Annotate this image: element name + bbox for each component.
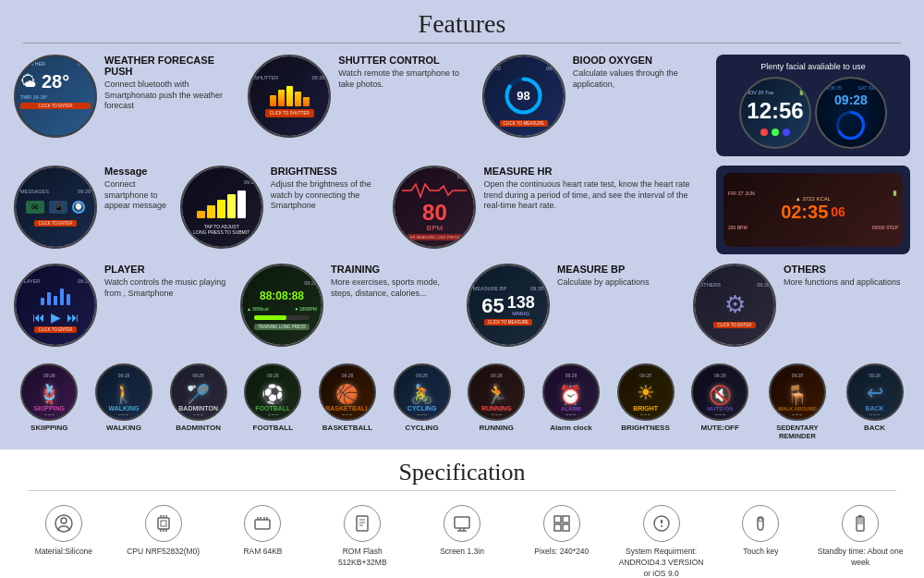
spec-text-ram: RAM 64KB xyxy=(243,547,282,558)
svg-rect-19 xyxy=(357,516,368,531)
sport-watch-cycling: 09:28 🚴 CYCLING xyxy=(394,363,451,421)
bp-label: MEASURE BP xyxy=(473,286,506,291)
weather-label: WEATHER xyxy=(20,61,45,67)
sport-watch-back: 09:28 ↩ BACK xyxy=(846,363,904,421)
basketball-icon: 🏀 xyxy=(335,383,359,405)
training-text: TRAINING More exercises, sports mode, st… xyxy=(331,264,457,299)
player-play[interactable]: ▶ xyxy=(51,310,61,325)
sport-time-back: 09:28 xyxy=(869,373,881,378)
bp-text: MEASURE BP Calculate by applications xyxy=(557,264,684,289)
sport-item-alarm: 09:28 ⏰ ALARM Alarm clock xyxy=(538,363,604,433)
bp-val2: 138 xyxy=(507,294,535,311)
features-divider xyxy=(23,43,901,43)
svg-point-34 xyxy=(759,518,762,522)
spec-item-cpu: CPU NRF52832(M0) xyxy=(118,505,209,558)
others-time: 09:28 xyxy=(757,282,770,288)
fw2-label1: 09:38:35 xyxy=(823,85,841,91)
sport-name-basketball: BASKETBALL xyxy=(322,424,372,433)
brightness-icon: ☀ xyxy=(637,381,655,405)
sport-watch-badminton: 09:28 🏸 BADMINTON xyxy=(170,363,227,421)
spec-icon-touch xyxy=(742,505,779,542)
features-section: Features WEATHER 09:28 🌤 28° TMR 16-28° … xyxy=(0,0,924,359)
features-title: Features xyxy=(14,9,910,39)
sedentary-icon: 🪑 xyxy=(785,384,808,406)
feature-item-weather: WEATHER 09:28 🌤 28° TMR 16-28° CLICK TO … xyxy=(14,55,238,138)
sport-label-skiipping: SKIPPING xyxy=(34,405,65,412)
player-text: PLAYER Watch controls the music playing … xyxy=(104,264,231,299)
spec-text-screen: Screen 1.3in xyxy=(440,547,484,558)
face-panel-label: Plenty facial avaliable to use xyxy=(723,62,903,71)
feature-item-oxygen: SP02 09:28 98 CLICK TO MEASURE BIOOD OXY… xyxy=(482,55,707,138)
hr-desc: Open the continuous heart rate test, kno… xyxy=(483,179,707,212)
face-watch-1: NOV 20 Tue 🔋 12:56 xyxy=(739,77,811,149)
svg-rect-6 xyxy=(158,518,169,529)
walking-icon: 🚶 xyxy=(112,383,135,405)
train-value: 88:08:88 xyxy=(260,289,304,302)
sport-item-walking: 09:28 🚶 WALKING WALKING xyxy=(91,363,157,433)
bp-val1: 65 xyxy=(481,296,504,316)
oxygen-desc: Calculate values through the application… xyxy=(573,68,707,90)
spec-title: Specification xyxy=(18,459,906,486)
fw1-battery: 🔋 xyxy=(798,90,805,95)
sport-item-cycling: 09:28 🚴 CYCLING CYCLING xyxy=(389,363,456,433)
spec-icon-cpu xyxy=(145,505,182,542)
others-click-btn[interactable]: CLICK TO ENTER xyxy=(713,322,755,328)
watch-hr: 09:28 80 BPM HR MEASURE LONG PRESS xyxy=(393,166,476,249)
sport-watch-running: 09:28 🏃 RUNNING xyxy=(468,363,525,421)
face-panel: Plenty facial avaliable to use NOV 20 Tu… xyxy=(716,55,910,156)
sport-name-running: RUNNING xyxy=(480,424,514,433)
training-title: TRAINING xyxy=(331,264,457,275)
sport-watch-sedentary: 09:28 🪑 WALK AROUND xyxy=(769,363,826,421)
shutter-click-btn[interactable]: CLICK TO SHUTTER xyxy=(265,109,314,117)
spec-item-screen: Screen 1.3in xyxy=(417,505,507,558)
skiipping-icon: 🪢 xyxy=(38,383,61,405)
spec-items-row: Material:Silicone CPU NRF52832(M0) RAM 6… xyxy=(18,505,906,578)
sport-time-sedentary: 09:28 xyxy=(792,373,804,378)
football-icon: ⚽ xyxy=(261,383,285,405)
svg-rect-7 xyxy=(161,521,166,526)
oxygen-text: BIOOD OXYGEN Calculate values through th… xyxy=(573,55,707,90)
player-prev[interactable]: ⏮ xyxy=(32,310,45,325)
shutter-desc: Watch remote the smartphone to take phot… xyxy=(338,68,472,90)
train-bpm: ♥ 186BPM xyxy=(295,306,317,312)
msg-click-btn[interactable]: CLICK TO ENTER xyxy=(34,220,76,227)
sport-watch-alarm: 09:28 ⏰ ALARM xyxy=(542,363,600,421)
sport-time-running: 09:28 xyxy=(491,373,503,378)
sports-section: 09:28 🪢 SKIPPING SKIIPPING 09:28 🚶 WALKI… xyxy=(0,359,924,445)
player-next[interactable]: ⏭ xyxy=(67,310,79,325)
oxygen-measure-btn[interactable]: CLICK TO MEASURE xyxy=(500,120,548,127)
spec-item-material: Material:Silicone xyxy=(18,505,109,558)
fw3-battery2: 🔋 xyxy=(892,191,898,196)
sport-time-football: 09:28 xyxy=(267,373,279,378)
sport-item-badminton: 09:28 🏸 BADMINTON BADMINTON xyxy=(165,363,232,433)
hr-measure-btn[interactable]: HR MEASURE LONG PRESS xyxy=(407,234,463,240)
player-label: PLAYER xyxy=(20,278,40,284)
sport-time-skiipping: 09:28 xyxy=(43,373,55,378)
spec-text-rom: ROM Flash 512KB+32MB xyxy=(317,547,407,569)
sport-time-cycling: 09:28 xyxy=(416,373,428,378)
fw1-date: NOV 20 Tue xyxy=(746,90,773,95)
feature-item-training: 09:28 88:08:88 ▲ 888kcal ♥ 186BPM TRAINI… xyxy=(240,264,457,347)
bp-time: 09:28 xyxy=(530,286,543,291)
svg-rect-23 xyxy=(455,517,469,528)
train-time: 09:28 xyxy=(247,280,317,286)
bp-click-btn[interactable]: CLICK TO MEASURE xyxy=(484,319,532,326)
sport-name-brightness: BRIGHTNESS xyxy=(621,424,669,433)
fw2-label2: SAT 0928 xyxy=(858,85,879,91)
weather-text: WEATHER FORECASE PUSH Connect bluetooth … xyxy=(104,55,238,112)
feature-item-hr: 09:28 80 BPM HR MEASURE LONG PRESS MEASU… xyxy=(393,166,707,249)
sport-name-mute: MUTE:OFF xyxy=(701,424,739,433)
shutter-text: SHUTTER CONTROL Watch remote the smartph… xyxy=(338,55,472,90)
fw3-time: 02:35 xyxy=(781,202,828,223)
sport-label-football: FOOTBALL xyxy=(255,405,290,412)
player-click-btn[interactable]: CLICK TO ENTER xyxy=(34,326,76,333)
watch-training: 09:28 88:08:88 ▲ 888kcal ♥ 186BPM TRAINI… xyxy=(240,264,323,347)
weather-click-btn[interactable]: CLICK TO ENTER xyxy=(20,103,91,109)
feature-item-bp: MEASURE BP 09:28 65 138 MMHG CLICK TO ME… xyxy=(467,264,684,347)
spec-text-pixels: Pixels: 240*240 xyxy=(534,547,589,558)
spec-icon-pixels xyxy=(543,505,580,542)
sport-name-badminton: BADMINTON xyxy=(176,424,221,433)
train-btn[interactable]: TRAINING LONG PRESS xyxy=(254,324,310,330)
sport-watch-football: 09:28 ⚽ FOOTBALL xyxy=(244,363,301,421)
shutter-time: 09:28 xyxy=(312,75,325,80)
